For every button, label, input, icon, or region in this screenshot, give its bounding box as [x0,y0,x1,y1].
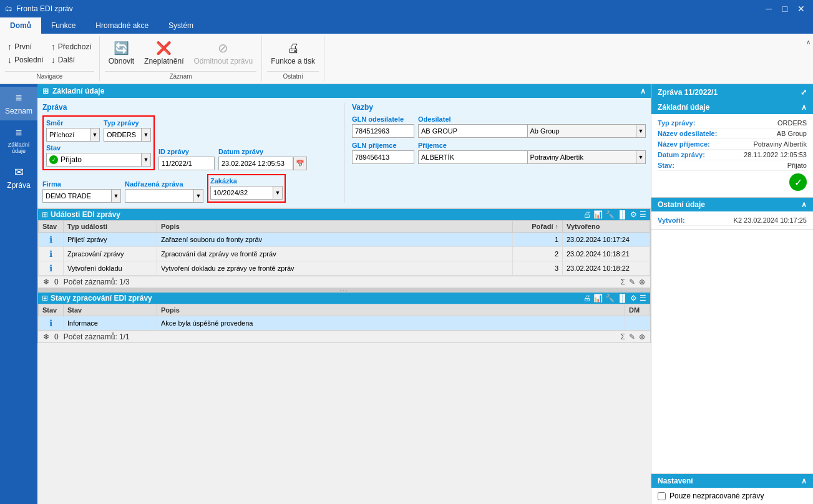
events-title: Události EDI zprávy [51,210,120,219]
events-footer-snowflake: ❄ [43,278,49,286]
datum-zpravy-calendar-button[interactable]: 📅 [293,157,307,170]
zakazka-dropdown[interactable]: ▼ [273,186,283,200]
id-zpravy-label: ID zprávy [158,148,215,155]
stavy-footer-snowflake: ❄ [43,332,49,341]
stavy-copy-icon[interactable]: ⊕ [639,332,645,341]
firma-dropdown[interactable]: ▼ [111,189,121,203]
right-panel-expand-icon[interactable]: ⤢ [801,88,807,97]
odesilatel-dropdown[interactable]: ▼ [636,124,646,138]
btn-predchozi[interactable]: ↑ Předchozí [49,41,94,53]
datum-zpravy-input[interactable]: 23.02.2024 12:05:53 [218,157,293,170]
invalidate-icon: ❌ [156,41,172,56]
barcode-icon[interactable]: ▐▌ [617,210,628,219]
stavy-settings-icon[interactable]: ⚙ [630,294,637,303]
stav-input[interactable]: ✓ Přijato [46,153,141,167]
odesilatel-input[interactable]: AB GROUP [418,124,527,138]
tab-funkce[interactable]: Funkce [41,17,85,34]
table-row[interactable]: ℹ Zpracování zprávy Zpracování dat zpráv… [39,247,650,261]
typ-zpravy-field: Typ zprávy ORDERS ▼ [104,119,151,142]
gln-odesilatel-field: GLN odesilatele 784512963 [352,115,414,138]
tab-domu[interactable]: Domů [0,17,41,34]
sidebar-item-seznam[interactable]: ≡ Seznam [0,87,37,120]
btn-dalsi[interactable]: ↓ Další [49,54,94,66]
btn-zneplatneni[interactable]: ❌ Zneplatnění [140,39,187,67]
sigma-icon[interactable]: Σ [621,278,625,286]
smer-dropdown[interactable]: ▼ [90,128,100,142]
stavy-print-icon[interactable]: 🖨 [583,294,591,303]
sidebar-item-zprava[interactable]: ✉ Zpráva [0,160,37,195]
nadrazena-zprava-input[interactable] [125,189,193,203]
copy-icon[interactable]: ⊕ [639,278,645,286]
settings-icon[interactable]: ⚙ [630,210,637,219]
refresh-icon: 🔄 [114,41,129,56]
maximize-button[interactable]: □ [778,2,792,16]
zaznam-label: Záznam [105,71,256,81]
btn-prvni[interactable]: ↑ První [5,41,46,53]
edit-icon[interactable]: ✎ [629,278,635,286]
events-footer: ❄ 0 Počet záznamů: 1/3 Σ ✎ ⊕ [38,276,650,288]
btn-odmitnout[interactable]: ⊘ Odmitnout zprávu [190,39,256,67]
nastaveni-collapse-icon[interactable]: ∧ [801,477,807,485]
events-table: Stav Typ události Popis Pořadí ↑ Vytvoře… [38,220,650,276]
event-popis-cell: Zpracování dat zprávy ve frontě zpráv [157,247,513,261]
nastaveni-section: Nastavení ∧ Pouze nezpracované zprávy [651,473,813,504]
table-row[interactable]: ℹ Přijetí zprávy Zařazení souboru do fro… [39,233,650,247]
right-zakladni-collapse-icon[interactable]: ∧ [801,103,807,112]
event-typ-cell: Zpracování zprávy [64,247,157,261]
right-field-vytvoril: Vytvořil: K2 23.02.2024 10:17:25 [658,215,807,226]
event-popis-cell: Zařazení souboru do fronty zpráv [157,233,513,247]
stavy-footer: ❄ 0 Počet záznamů: 1/1 Σ ✎ ⊕ [38,331,650,342]
stavy-filter-icon[interactable]: 🔧 [605,294,615,303]
id-zpravy-field: ID zprávy 11/2022/1 [158,148,215,170]
btn-funkce-tisk[interactable]: 🖨 Funkce a tisk [267,40,319,67]
smer-input[interactable]: Příchozí [46,128,90,142]
table-row[interactable]: ℹ Vytvoření dokladu Vytvoření dokladu ze… [39,261,650,276]
minimize-button[interactable]: ─ [762,2,776,16]
gln-prijemce-input[interactable]: 789456413 [352,150,414,164]
section-collapse-btn[interactable]: ∧ [640,87,646,95]
print-table-icon[interactable]: 🖨 [583,210,591,219]
typ-zpravy-dropdown[interactable]: ▼ [141,128,151,142]
vazby-title: Vazby [352,103,646,112]
odesilatel-name: Ab Group [527,124,636,138]
stavy-edit-icon[interactable]: ✎ [629,332,635,341]
zakazka-input[interactable]: 10/2024/32 [210,186,273,200]
col-popis: Popis [157,221,513,233]
sidebar-item-zakladni-udaje[interactable]: ≡ Základní údaje [0,122,37,159]
close-button[interactable]: ✕ [794,2,808,16]
menu-icon[interactable]: ☰ [640,210,646,219]
checkbox-nezpracovane: Pouze nezpracované zprávy [658,492,807,500]
window-title: Fronta EDI zpráv [16,4,73,13]
filter-icon[interactable]: 🔧 [605,210,615,219]
events-section-icon: ⊞ [42,210,48,219]
right-ostatni-collapse-icon[interactable]: ∧ [801,200,807,209]
chart-icon[interactable]: 📊 [593,210,603,219]
stavy-sigma-icon[interactable]: Σ [621,332,625,341]
stav-dropdown[interactable]: ▼ [141,153,151,167]
details-icon: ≡ [16,127,22,140]
stavy-barcode-icon[interactable]: ▐▌ [617,294,628,303]
btn-obnovit[interactable]: 🔄 Obnovit [105,39,138,67]
firma-input[interactable]: DEMO TRADE [42,189,111,203]
right-field-stav: Stav: Přijato [658,160,807,171]
nezpracovane-checkbox[interactable] [658,492,666,500]
stav-field: Stav ✓ Přijato ▼ [46,144,151,167]
gln-odesilatel-input[interactable]: 784512963 [352,124,414,138]
zakazka-label: Zakázka [210,177,283,185]
tab-system[interactable]: Systém [158,17,203,34]
stavy-chart-icon[interactable]: 📊 [593,294,603,303]
event-poradi-cell: 1 [513,233,563,247]
table-row[interactable]: ℹ Informace Akce byla úspěšně provedena [39,316,650,331]
stavy-menu-icon[interactable]: ☰ [640,294,646,303]
id-zpravy-input[interactable]: 11/2022/1 [158,157,215,170]
events-footer-text: Počet záznamů: 1/3 [64,278,130,286]
ribbon-collapse-button[interactable]: ∧ [806,39,811,46]
typ-zpravy-input[interactable]: ORDERS [104,128,141,142]
firma-field: Firma DEMO TRADE ▼ [42,180,121,203]
prijemce-input[interactable]: ALBERTÍK [418,150,527,164]
prijemce-dropdown[interactable]: ▼ [636,150,646,164]
nadrazena-zprava-dropdown[interactable]: ▼ [193,189,203,203]
zakladni-udaje-header: ⊞ Základní údaje ∧ [37,84,651,98]
btn-posledni[interactable]: ↓ Poslední [5,54,46,66]
tab-hromadne-akce[interactable]: Hromadné akce [85,17,158,34]
